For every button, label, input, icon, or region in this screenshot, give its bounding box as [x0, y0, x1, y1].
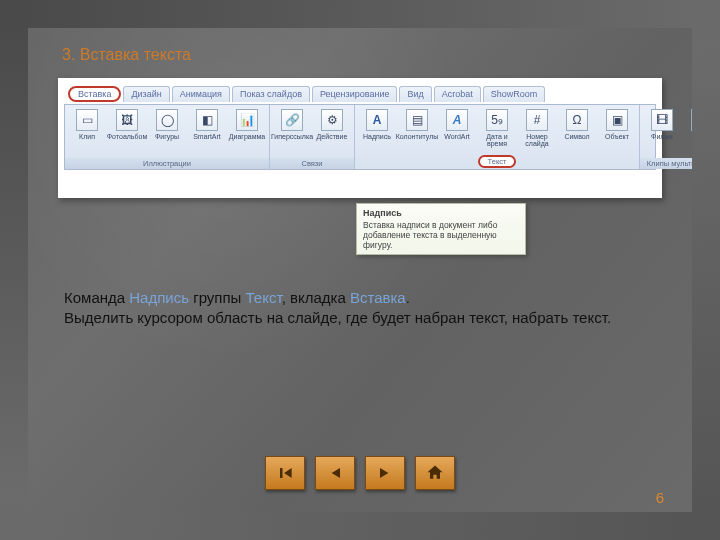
tab-insert[interactable]: Вставка	[68, 86, 121, 102]
tab-acrobat[interactable]: Acrobat	[434, 86, 481, 102]
btn-movie[interactable]: 🎞Фильм	[643, 107, 681, 140]
explanation-text: Команда Надпись группы Текст, вкладка Вс…	[58, 288, 662, 329]
tab-view[interactable]: Вид	[399, 86, 431, 102]
slide-title: 3. Вставка текста	[62, 46, 662, 64]
btn-headerfooter[interactable]: ▤Колонтитулы	[398, 107, 436, 140]
tooltip-title: Надпись	[363, 208, 519, 218]
headerfooter-icon: ▤	[406, 109, 428, 131]
photo-icon: 🖼	[116, 109, 138, 131]
home-icon	[425, 463, 445, 483]
group-links: 🔗Гиперссылка ⚙Действие Связи	[270, 105, 355, 169]
ribbon-tabs: Вставка Дизайн Анимация Показ слайдов Ре…	[64, 84, 656, 104]
link-icon: 🔗	[281, 109, 303, 131]
page-number: 6	[656, 489, 664, 506]
btn-slidenumber[interactable]: #Номер слайда	[518, 107, 556, 147]
tab-animation[interactable]: Анимация	[172, 86, 230, 102]
btn-smartart[interactable]: ◧SmartArt	[188, 107, 226, 140]
nav-next-button[interactable]	[365, 456, 405, 490]
group-illustrations: ▭Клип 🖼Фотоальбом ◯Фигуры ◧SmartArt 📊Диа…	[65, 105, 270, 169]
ribbon-screenshot: Вставка Дизайн Анимация Показ слайдов Ре…	[58, 78, 662, 198]
nav-buttons	[265, 456, 455, 490]
nav-first-button[interactable]	[265, 456, 305, 490]
kw-vstavka: Вставка	[350, 289, 406, 306]
btn-object[interactable]: ▣Объект	[598, 107, 636, 140]
btn-clip[interactable]: ▭Клип	[68, 107, 106, 140]
action-icon: ⚙	[321, 109, 343, 131]
tab-design[interactable]: Дизайн	[123, 86, 169, 102]
next-icon	[375, 463, 395, 483]
nav-home-button[interactable]	[415, 456, 455, 490]
date-icon: 5₉	[486, 109, 508, 131]
tab-showroom[interactable]: ShowRoom	[483, 86, 546, 102]
btn-shapes[interactable]: ◯Фигуры	[148, 107, 186, 140]
btn-textbox[interactable]: AНадпись	[358, 107, 396, 140]
movie-icon: 🎞	[651, 109, 673, 131]
btn-datetime[interactable]: 5₉Дата и время	[478, 107, 516, 147]
btn-photoalbum[interactable]: 🖼Фотоальбом	[108, 107, 146, 140]
smartart-icon: ◧	[196, 109, 218, 131]
btn-symbol[interactable]: ΩСимвол	[558, 107, 596, 140]
number-icon: #	[526, 109, 548, 131]
group-text: AНадпись ▤Колонтитулы AWordArt 5₉Дата и …	[355, 105, 640, 169]
group-label-text: Текст	[478, 155, 517, 168]
btn-hyperlink[interactable]: 🔗Гиперссылка	[273, 107, 311, 140]
sound-icon: 🔊	[691, 109, 713, 131]
group-label-links: Связи	[270, 158, 354, 169]
symbol-icon: Ω	[566, 109, 588, 131]
chart-icon: 📊	[236, 109, 258, 131]
kw-nadpis: Надпись	[129, 289, 189, 306]
clip-icon: ▭	[76, 109, 98, 131]
tab-slideshow[interactable]: Показ слайдов	[232, 86, 310, 102]
textbox-icon: A	[366, 109, 388, 131]
btn-action[interactable]: ⚙Действие	[313, 107, 351, 140]
ribbon-body: ▭Клип 🖼Фотоальбом ◯Фигуры ◧SmartArt 📊Диа…	[64, 104, 656, 170]
nav-prev-button[interactable]	[315, 456, 355, 490]
tooltip-body: Вставка надписи в документ либо добавлен…	[363, 220, 497, 250]
kw-tekst: Текст	[246, 289, 282, 306]
first-icon	[275, 463, 295, 483]
btn-chart[interactable]: 📊Диаграмма	[228, 107, 266, 140]
object-icon: ▣	[606, 109, 628, 131]
group-media: 🎞Фильм 🔊Звук Клипы мультимедиа	[640, 105, 720, 169]
group-label-media: Клипы мультимедиа	[640, 158, 720, 169]
shapes-icon: ◯	[156, 109, 178, 131]
prev-icon	[325, 463, 345, 483]
tab-review[interactable]: Рецензирование	[312, 86, 398, 102]
btn-sound[interactable]: 🔊Звук	[683, 107, 720, 140]
tooltip-textbox: Надпись Вставка надписи в документ либо …	[356, 203, 526, 255]
group-label-illustrations: Иллюстрации	[65, 158, 269, 169]
btn-wordart[interactable]: AWordArt	[438, 107, 476, 140]
wordart-icon: A	[446, 109, 468, 131]
